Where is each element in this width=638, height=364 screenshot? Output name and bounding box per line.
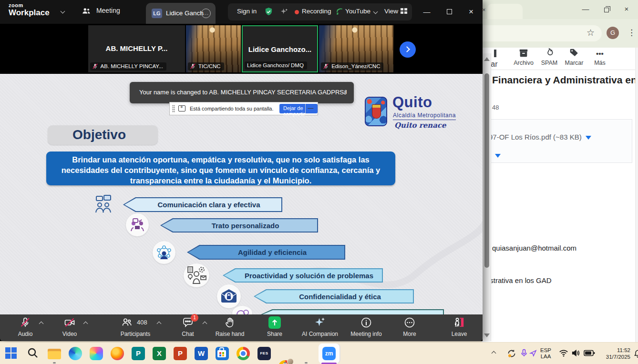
chevron-down-icon[interactable] bbox=[373, 10, 378, 14]
scrollbar[interactable] bbox=[483, 53, 491, 341]
scroll-down-icon[interactable] bbox=[484, 334, 490, 337]
bookmark-star-icon[interactable]: ☆ bbox=[587, 28, 597, 38]
screen-share-icon bbox=[178, 105, 185, 111]
meeting-info-button[interactable]: Meeting info bbox=[344, 316, 389, 340]
notification-bell-icon[interactable]: z bbox=[633, 349, 638, 360]
chat-button[interactable]: 1 Chat bbox=[167, 316, 208, 340]
mail-action-archive[interactable]: Archivo bbox=[510, 48, 537, 66]
divider bbox=[482, 70, 638, 70]
tab-meeting[interactable]: Meeting bbox=[82, 7, 120, 15]
attachment-dropdown-icon-2[interactable] bbox=[495, 154, 501, 158]
next-participants-button[interactable] bbox=[400, 41, 416, 58]
ai-companion-button[interactable]: AI Companion bbox=[296, 316, 344, 340]
leave-button[interactable]: Leave bbox=[439, 316, 479, 340]
start-button[interactable] bbox=[5, 347, 18, 360]
battery-icon[interactable] bbox=[584, 350, 595, 358]
publisher-icon[interactable]: P bbox=[132, 347, 145, 360]
zoom-taskbar-button[interactable]: zm bbox=[319, 344, 340, 364]
firefox-icon[interactable] bbox=[111, 347, 124, 360]
language-indicator[interactable]: ESPLAA bbox=[540, 347, 551, 360]
chevron-up-icon[interactable] bbox=[203, 322, 207, 326]
chrome-icon[interactable] bbox=[237, 347, 250, 360]
fes-app-icon[interactable]: FES bbox=[257, 347, 271, 360]
powerpoint-icon[interactable]: P bbox=[174, 347, 187, 360]
zoom-minimize-button[interactable]: — bbox=[416, 0, 438, 24]
leave-icon bbox=[453, 316, 465, 329]
mail-action-mark[interactable]: Marcar bbox=[561, 48, 587, 66]
chevron-up-icon[interactable] bbox=[83, 322, 88, 326]
chat-badge: 1 bbox=[191, 314, 198, 322]
chevron-up-icon[interactable] bbox=[157, 322, 162, 326]
scrollbar-thumb[interactable] bbox=[484, 73, 489, 268]
drag-handle-icon[interactable] bbox=[172, 105, 175, 113]
browser-menu-icon[interactable]: ⋮ bbox=[628, 26, 636, 40]
view-button[interactable]: View bbox=[384, 8, 398, 15]
browser-address-bar: ☆ G ⋮ bbox=[482, 19, 638, 48]
banner-agilidad: Agilidad y eficiencia bbox=[187, 245, 345, 260]
browser-titlebar: × — × bbox=[482, 0, 638, 19]
video-tile-edison[interactable]: Edison_Yánez/CNC bbox=[319, 25, 393, 72]
sign-in-button[interactable]: Sign in bbox=[237, 8, 257, 15]
chevron-up-icon[interactable] bbox=[39, 322, 44, 326]
video-button[interactable]: Video bbox=[49, 316, 90, 340]
copilot-icon[interactable] bbox=[90, 347, 103, 360]
ai-sparkle-icon bbox=[314, 316, 326, 329]
participant-name-chip: Lidice Ganchozo/ DMQ bbox=[245, 61, 307, 70]
profile-avatar[interactable]: G bbox=[607, 27, 619, 39]
running-indicator bbox=[53, 362, 56, 364]
share-button[interactable]: Share bbox=[254, 316, 295, 340]
more-button[interactable]: More bbox=[390, 316, 430, 340]
security-shield-icon[interactable] bbox=[264, 7, 273, 18]
attachment-dropdown-icon[interactable] bbox=[586, 136, 591, 140]
zoom-maximize-button[interactable] bbox=[438, 0, 460, 24]
mic-in-use-icon[interactable] bbox=[521, 349, 527, 359]
toast-close-icon[interactable]: × bbox=[343, 88, 347, 96]
mail-action-more[interactable]: ••• Más bbox=[587, 48, 613, 66]
scroll-up-icon[interactable] bbox=[484, 57, 490, 61]
video-tile-lidice-active[interactable]: Lidice Ganchozo... Lidice Ganchozo/ DMQ bbox=[242, 25, 318, 72]
clock[interactable]: 11:5231/7/2025 bbox=[601, 347, 630, 361]
mail-action-spam[interactable]: SPAM bbox=[536, 48, 563, 66]
zoom-close-button[interactable]: × bbox=[460, 0, 482, 24]
screen-share-bar: Está compartiendo toda su pantalla. Deja… bbox=[169, 102, 318, 115]
sparkle-icon[interactable] bbox=[279, 7, 288, 18]
volume-icon[interactable] bbox=[571, 349, 581, 359]
omnibox[interactable] bbox=[482, 25, 602, 41]
rename-toast: Your name is changed to AB. MICHELLY PIN… bbox=[130, 82, 354, 103]
raise-hand-button[interactable]: Raise hand bbox=[208, 316, 251, 340]
browser-restore-button[interactable] bbox=[596, 0, 617, 18]
video-tile-michelly[interactable]: AB. MICHELLY P... AB. MICHELLY PINCAY... bbox=[88, 25, 185, 72]
live-stream-icon bbox=[336, 8, 344, 18]
running-indicator bbox=[284, 362, 287, 364]
file-explorer-icon[interactable] bbox=[48, 347, 61, 360]
participants-button[interactable]: 408 Participants bbox=[107, 316, 164, 340]
browser-tab[interactable] bbox=[487, 4, 523, 19]
excel-icon[interactable]: X bbox=[153, 347, 166, 360]
share-bar-minimize-button[interactable]: — bbox=[305, 104, 316, 113]
tab-close-icon[interactable]: × bbox=[482, 6, 486, 13]
chevron-down-icon[interactable] bbox=[61, 9, 65, 14]
edge-icon[interactable] bbox=[69, 347, 82, 360]
tab-initials-badge: LG bbox=[152, 9, 162, 18]
tab-more-icon[interactable]: ... bbox=[201, 9, 211, 18]
email-subject: Financiera y Administrativa en bbox=[492, 74, 635, 86]
view-grid-icon[interactable] bbox=[401, 8, 407, 14]
video-tile-tic-cnc[interactable]: TIC/CNC bbox=[186, 25, 241, 72]
sync-update-icon[interactable] bbox=[506, 348, 517, 361]
hidden-icons-chevron[interactable] bbox=[492, 351, 496, 356]
audio-button[interactable]: Audio bbox=[5, 316, 46, 340]
youtube-menu[interactable]: YouTube bbox=[345, 8, 370, 15]
word-icon[interactable]: W bbox=[195, 347, 208, 360]
more-ellipsis-icon bbox=[403, 316, 416, 329]
microsoft-store-icon[interactable] bbox=[216, 347, 229, 360]
browser-minimize-button[interactable]: — bbox=[575, 0, 596, 18]
tab-lidice-ganchozo[interactable]: LG Lidice Ganch ... bbox=[146, 3, 216, 24]
attachment-row[interactable]: 97-OF Los Ríos.pdf (~83 KB) bbox=[489, 133, 591, 141]
location-in-use-icon[interactable] bbox=[529, 349, 537, 359]
search-icon[interactable] bbox=[27, 347, 40, 360]
wifi-icon[interactable] bbox=[559, 349, 568, 359]
zoom-titlebar: zoom Workplace Meeting LG Lidice Ganch .… bbox=[0, 0, 483, 24]
confidentiality-icon bbox=[217, 284, 241, 308]
browser-close-button[interactable]: × bbox=[616, 0, 637, 18]
info-icon bbox=[360, 316, 372, 329]
